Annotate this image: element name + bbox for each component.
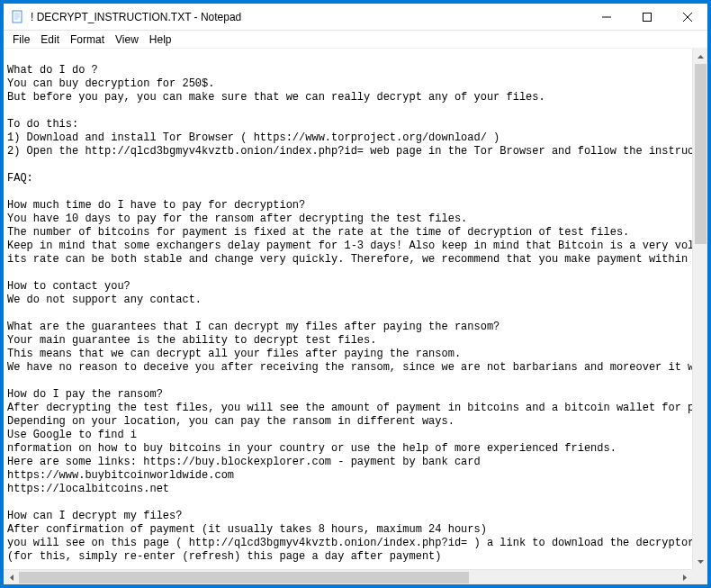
menubar: File Edit Format View Help bbox=[4, 31, 707, 49]
window-controls bbox=[586, 4, 707, 30]
vertical-scroll-thumb[interactable] bbox=[695, 64, 706, 244]
scrollbar-corner bbox=[692, 569, 707, 584]
titlebar[interactable]: ! DECRYPT_INSTRUCTION.TXT - Notepad bbox=[4, 4, 707, 31]
content-area: What do I do ? You can buy decryption fo… bbox=[4, 49, 707, 584]
vertical-scrollbar[interactable] bbox=[692, 49, 707, 569]
scroll-up-arrow-icon[interactable] bbox=[693, 49, 707, 64]
notepad-window: ! DECRYPT_INSTRUCTION.TXT - Notepad File… bbox=[3, 3, 708, 585]
menu-help[interactable]: Help bbox=[144, 32, 177, 48]
menu-edit[interactable]: Edit bbox=[35, 32, 65, 48]
menu-format[interactable]: Format bbox=[65, 32, 110, 48]
scroll-down-arrow-icon[interactable] bbox=[693, 554, 707, 569]
horizontal-scrollbar[interactable] bbox=[4, 569, 692, 584]
minimize-button[interactable] bbox=[586, 4, 626, 30]
window-title: ! DECRYPT_INSTRUCTION.TXT - Notepad bbox=[31, 11, 586, 23]
notepad-icon bbox=[11, 10, 25, 24]
menu-view[interactable]: View bbox=[110, 32, 144, 48]
close-button[interactable] bbox=[667, 4, 707, 30]
scroll-right-arrow-icon[interactable] bbox=[677, 570, 692, 584]
maximize-button[interactable] bbox=[626, 4, 667, 30]
svg-rect-6 bbox=[643, 13, 651, 21]
menu-file[interactable]: File bbox=[7, 32, 35, 48]
horizontal-scroll-thumb[interactable] bbox=[19, 572, 469, 583]
text-editor[interactable]: What do I do ? You can buy decryption fo… bbox=[4, 49, 692, 569]
scroll-left-arrow-icon[interactable] bbox=[4, 570, 19, 584]
svg-rect-0 bbox=[13, 11, 22, 23]
